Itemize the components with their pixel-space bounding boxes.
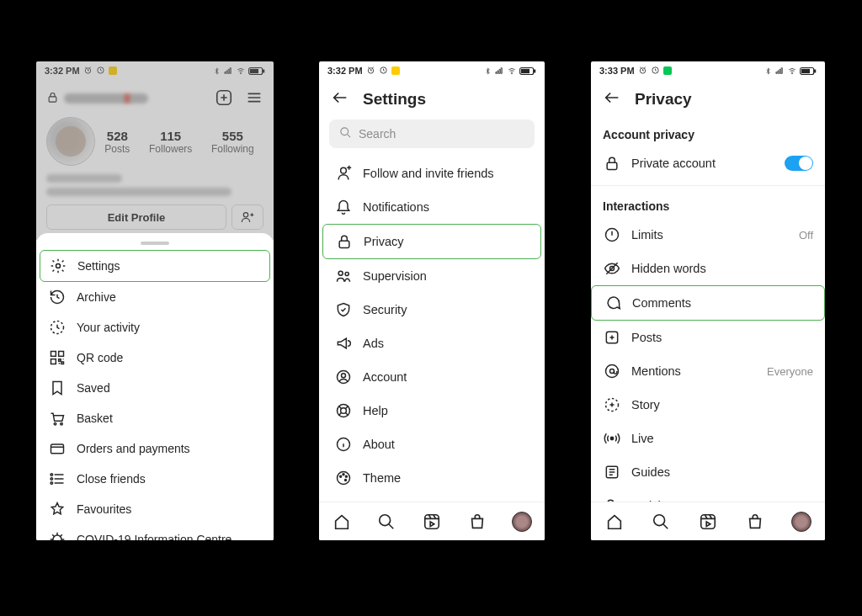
list-icon: [48, 470, 67, 488]
sheet-grab-handle[interactable]: [141, 242, 169, 245]
menu-item-close-friends[interactable]: Close friends: [40, 464, 270, 494]
story-icon: [603, 396, 621, 414]
svg-rect-11: [51, 352, 56, 357]
svg-point-35: [341, 408, 347, 414]
svg-rect-4: [263, 70, 263, 72]
settings-item-follow-invite[interactable]: Follow and invite friends: [322, 157, 541, 190]
posts-icon: [603, 328, 621, 347]
menu-item-settings[interactable]: Settings: [40, 250, 270, 282]
nav-reels[interactable]: [698, 512, 718, 532]
profile-avatar[interactable]: [46, 117, 95, 166]
settings-item-help[interactable]: Help: [322, 394, 541, 427]
svg-rect-48: [814, 70, 815, 72]
back-button[interactable]: [331, 88, 349, 109]
settings-item-account[interactable]: Account: [322, 360, 541, 394]
nav-shop[interactable]: [467, 512, 487, 532]
edit-profile-button[interactable]: Edit Profile: [46, 204, 226, 230]
menu-label: Privacy: [364, 235, 404, 248]
menu-label: Limits: [631, 228, 663, 242]
discover-people-button[interactable]: [231, 204, 263, 230]
status-time: 3:32 PM: [45, 66, 80, 76]
stat-following[interactable]: 555 Following: [211, 129, 254, 155]
menu-item-covid[interactable]: COVID-19 Information Centre: [40, 524, 270, 540]
search-input[interactable]: Search: [329, 119, 535, 148]
privacy-item-mentions[interactable]: Mentions Everyone: [591, 354, 825, 388]
nav-home[interactable]: [604, 512, 625, 532]
menu-item-favourites[interactable]: Favourites: [40, 494, 270, 524]
hamburger-menu-button[interactable]: [245, 88, 263, 109]
wifi-icon: [787, 66, 797, 75]
stat-followers[interactable]: 115 Followers: [149, 129, 192, 155]
private-account-toggle[interactable]: [785, 156, 813, 171]
menu-label: Guides: [631, 465, 670, 479]
menu-item-saved[interactable]: Saved: [40, 373, 270, 403]
settings-item-privacy[interactable]: Privacy: [322, 224, 541, 259]
settings-item-about[interactable]: About: [322, 427, 541, 461]
page-title: Privacy: [635, 90, 692, 109]
account-icon: [334, 368, 353, 386]
privacy-item-private-account[interactable]: Private account: [591, 146, 825, 180]
settings-item-ads[interactable]: Ads: [322, 327, 541, 360]
profile-dimmed-backdrop: 3:32 PM: [36, 61, 274, 240]
menu-label: Help: [363, 404, 388, 417]
svg-rect-5: [250, 68, 258, 72]
nav-profile[interactable]: [791, 512, 811, 532]
profile-menu-sheet: Settings Archive Your activity QR code S…: [36, 233, 274, 540]
menu-label: Supervision: [363, 269, 427, 283]
settings-item-theme[interactable]: Theme: [322, 461, 541, 495]
bottom-nav: [591, 502, 825, 540]
nav-home[interactable]: [332, 512, 352, 532]
privacy-item-limits[interactable]: Limits Off: [591, 218, 825, 252]
menu-item-qr[interactable]: QR code: [40, 343, 270, 373]
back-button[interactable]: [603, 88, 621, 109]
new-post-button[interactable]: [215, 88, 233, 109]
stat-posts[interactable]: 528 Posts: [104, 129, 130, 155]
menu-item-basket[interactable]: Basket: [40, 403, 270, 433]
private-lock-icon: [46, 91, 59, 106]
settings-item-security[interactable]: Security: [322, 293, 541, 327]
settings-item-notifications[interactable]: Notifications: [322, 190, 541, 224]
privacy-item-guides[interactable]: Guides: [591, 455, 825, 489]
qr-code-icon: [48, 348, 67, 367]
nav-shop[interactable]: [745, 512, 765, 532]
nav-search[interactable]: [651, 512, 671, 532]
clock-icon: [379, 66, 388, 77]
menu-label: Notifications: [363, 200, 429, 214]
svg-rect-16: [51, 444, 64, 454]
privacy-item-comments[interactable]: Comments: [591, 285, 825, 321]
page-title: Settings: [363, 90, 426, 109]
svg-point-31: [345, 272, 349, 275]
privacy-item-hidden-words[interactable]: Hidden words: [591, 252, 825, 285]
menu-item-archive[interactable]: Archive: [40, 282, 270, 312]
megaphone-icon: [334, 334, 353, 353]
alarm-icon: [366, 66, 375, 77]
menu-label: Ads: [363, 337, 384, 350]
comment-icon: [604, 294, 622, 312]
privacy-item-live[interactable]: Live: [591, 422, 825, 455]
svg-rect-26: [521, 68, 529, 72]
battery-icon: [519, 66, 536, 76]
svg-point-40: [345, 475, 347, 477]
svg-rect-43: [425, 514, 439, 528]
privacy-item-story[interactable]: Story: [591, 388, 825, 422]
nav-search[interactable]: [376, 512, 396, 532]
clock-icon: [96, 66, 105, 77]
phone-privacy-screen: 3:33 PM Privacy Account privacy Private …: [591, 61, 825, 540]
bottom-nav: [319, 502, 545, 540]
menu-item-activity[interactable]: Your activity: [40, 312, 270, 343]
section-account-privacy: Account privacy: [591, 119, 825, 146]
svg-rect-12: [59, 352, 64, 357]
settings-item-supervision[interactable]: Supervision: [322, 259, 541, 293]
lock-icon: [603, 154, 621, 173]
nav-reels[interactable]: [422, 512, 442, 532]
alarm-icon: [83, 66, 93, 77]
menu-item-orders[interactable]: Orders and payments: [40, 433, 270, 464]
bell-icon: [334, 198, 353, 216]
phone-settings-screen: 3:32 PM Settings Search Follow and invit…: [319, 61, 545, 540]
privacy-item-posts[interactable]: Posts: [591, 321, 825, 354]
phone-profile-screen: 3:32 PM: [36, 61, 274, 540]
menu-label: Live: [631, 432, 654, 445]
svg-point-18: [51, 478, 53, 481]
nav-profile[interactable]: [512, 512, 532, 532]
add-user-icon: [334, 164, 353, 183]
